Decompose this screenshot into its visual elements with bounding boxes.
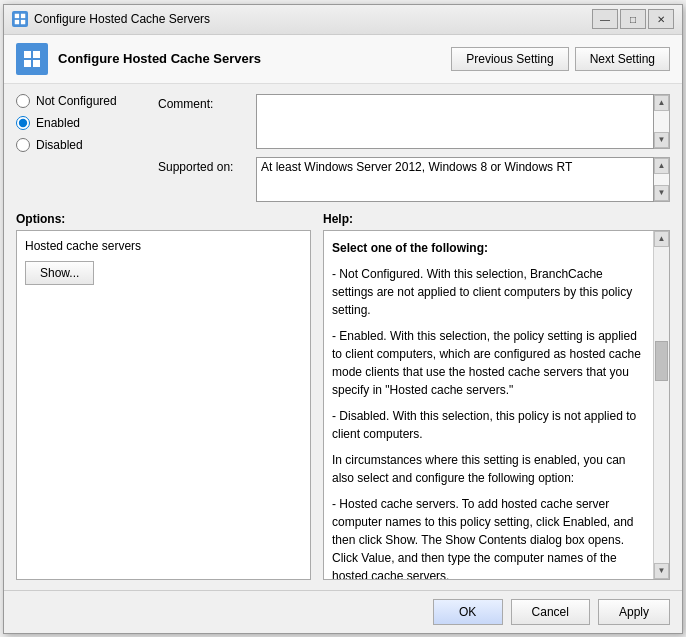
help-para-4: In circumstances where this setting is e… (332, 451, 643, 487)
cancel-button[interactable]: Cancel (511, 599, 590, 625)
comment-row: Comment: ▲ ▼ (158, 94, 670, 149)
bottom-section: Hosted cache servers Show... Select one … (16, 230, 670, 580)
radio-disabled-label: Disabled (36, 138, 83, 152)
svg-rect-0 (15, 14, 19, 18)
close-button[interactable]: ✕ (648, 9, 674, 29)
show-button[interactable]: Show... (25, 261, 94, 285)
help-scrollbar: ▲ ▼ (653, 231, 669, 579)
next-setting-button[interactable]: Next Setting (575, 47, 670, 71)
options-box: Hosted cache servers Show... (16, 230, 311, 580)
comment-label: Comment: (158, 94, 248, 111)
help-scroll-down[interactable]: ▼ (654, 563, 669, 579)
svg-rect-6 (24, 60, 31, 67)
radio-not-configured[interactable]: Not Configured (16, 94, 146, 108)
window-controls: — □ ✕ (592, 9, 674, 29)
svg-rect-2 (15, 20, 19, 24)
options-panel: Hosted cache servers Show... (16, 230, 311, 580)
title-bar-left: Configure Hosted Cache Servers (12, 11, 210, 27)
radio-disabled[interactable]: Disabled (16, 138, 146, 152)
svg-rect-4 (24, 51, 31, 58)
supported-scroll-up[interactable]: ▲ (654, 158, 669, 174)
comment-scroll-track (654, 111, 669, 132)
footer: OK Cancel Apply (4, 590, 682, 633)
supported-field-wrapper: At least Windows Server 2012, Windows 8 … (256, 157, 670, 202)
svg-rect-5 (33, 51, 40, 58)
comment-scroll-up[interactable]: ▲ (654, 95, 669, 111)
svg-rect-3 (21, 20, 25, 24)
window-title: Configure Hosted Cache Servers (34, 12, 210, 26)
help-box: Select one of the following: - Not Confi… (323, 230, 670, 580)
supported-scroll-track (654, 174, 669, 185)
radio-group: Not Configured Enabled Disabled (16, 94, 146, 202)
header-bar: Configure Hosted Cache Servers Previous … (4, 35, 682, 84)
header-icon (16, 43, 48, 75)
comment-scroll-down[interactable]: ▼ (654, 132, 669, 148)
supported-scrollbar: ▲ ▼ (654, 157, 670, 202)
previous-setting-button[interactable]: Previous Setting (451, 47, 568, 71)
top-section: Not Configured Enabled Disabled Comment: (16, 94, 670, 202)
header-title: Configure Hosted Cache Servers (58, 51, 441, 66)
ok-button[interactable]: OK (433, 599, 503, 625)
radio-not-configured-input[interactable] (16, 94, 30, 108)
window-icon (12, 11, 28, 27)
title-bar: Configure Hosted Cache Servers — □ ✕ (4, 5, 682, 35)
help-label: Help: (323, 212, 353, 226)
help-scroll-thumb (655, 341, 668, 381)
comment-textarea[interactable] (256, 94, 654, 149)
main-content: Not Configured Enabled Disabled Comment: (4, 84, 682, 590)
supported-scroll-down[interactable]: ▼ (654, 185, 669, 201)
supported-value: At least Windows Server 2012, Windows 8 … (256, 157, 654, 202)
help-para-2: - Enabled. With this selection, the poli… (332, 327, 643, 399)
help-para-1: - Not Configured. With this selection, B… (332, 265, 643, 319)
main-window: Configure Hosted Cache Servers — □ ✕ Con… (3, 4, 683, 634)
comment-scrollbar: ▲ ▼ (654, 94, 670, 149)
help-para-5: - Hosted cache servers. To add hosted ca… (332, 495, 643, 580)
help-panel: Select one of the following: - Not Confi… (323, 230, 670, 580)
radio-enabled-label: Enabled (36, 116, 80, 130)
radio-enabled[interactable]: Enabled (16, 116, 146, 130)
minimize-button[interactable]: — (592, 9, 618, 29)
help-para-3: - Disabled. With this selection, this po… (332, 407, 643, 443)
supported-row: Supported on: At least Windows Server 20… (158, 157, 670, 202)
supported-label: Supported on: (158, 157, 248, 174)
maximize-button[interactable]: □ (620, 9, 646, 29)
radio-enabled-input[interactable] (16, 116, 30, 130)
svg-rect-1 (21, 14, 25, 18)
svg-rect-7 (33, 60, 40, 67)
options-label: Options: (16, 212, 65, 226)
options-item-label: Hosted cache servers (25, 239, 302, 253)
radio-disabled-input[interactable] (16, 138, 30, 152)
right-section: Comment: ▲ ▼ Supported on: At least Wind… (158, 94, 670, 202)
help-para-0: Select one of the following: (332, 239, 643, 257)
help-scroll-up[interactable]: ▲ (654, 231, 669, 247)
comment-field-wrapper: ▲ ▼ (256, 94, 670, 149)
help-scroll-track (654, 247, 669, 563)
help-text: Select one of the following: - Not Confi… (332, 239, 661, 580)
radio-not-configured-label: Not Configured (36, 94, 117, 108)
nav-buttons: Previous Setting Next Setting (451, 47, 670, 71)
apply-button[interactable]: Apply (598, 599, 670, 625)
